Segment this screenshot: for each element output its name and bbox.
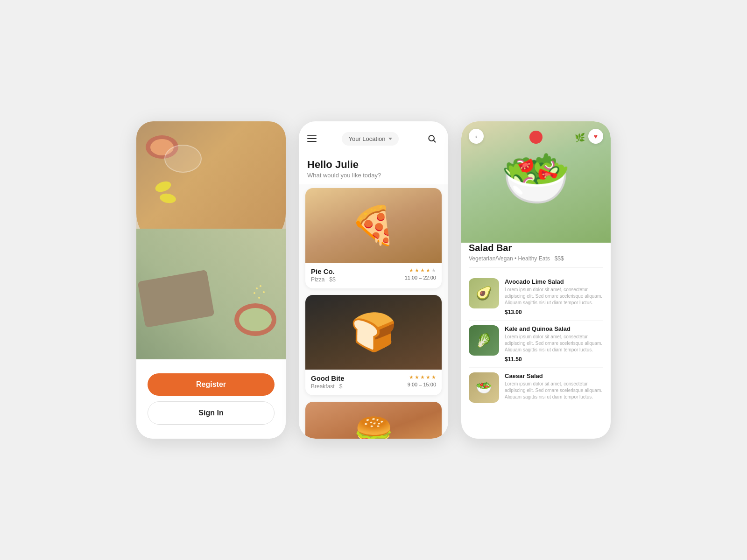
menu-item-avocado[interactable]: 🥑 Avocado Lime Salad Lorem ipsum dolor s… [469,273,603,321]
tags-text: Vegetarian/Vegan • Healthy Eats [469,255,550,262]
signin-button[interactable]: Sign In [148,401,275,425]
star-empty: ★ [431,267,436,273]
menu-item-kale[interactable]: 🥬 Kale and Quinoa Salad Lorem ipsum dolo… [469,321,603,368]
detail-divider [469,267,603,268]
menu-item-image-kale: 🥬 [469,325,499,356]
detail-restaurant-name: Salad Bar [469,243,603,253]
restaurant-feed: Pie Co. Pizza $$ ★ ★ ★ ★ ★ [299,184,448,439]
restaurant-name-2: Good Bite [311,374,345,382]
card-left: Pie Co. Pizza $$ [311,267,336,283]
hamburger-line-1 [307,135,317,136]
star-2-5: ★ [431,374,436,380]
location-text: Your Location [348,135,385,142]
star-rating: ★ ★ ★ ★ ★ [405,267,436,273]
svg-line-1 [434,140,436,142]
hamburger-line-2 [307,138,317,139]
menu-item-info-kale: Kale and Quinoa Salad Lorem ipsum dolor … [505,325,603,363]
heart-icon: ♥ [594,133,598,140]
menu-item-image-avocado: 🥑 [469,278,499,308]
food-bowl-decoration-2 [234,303,276,336]
food-background [136,121,286,359]
kale-emoji: 🥬 [469,325,499,356]
star-3: ★ [420,267,425,273]
menu-item-name-avocado: Avocado Lime Salad [505,278,603,285]
category-text-2: Breakfast [311,383,335,390]
menu-item-desc-avocado: Lorem ipsum dolor sit amet, consectetur … [505,287,603,306]
home-feed-screen: Your Location Hello Julie What would you… [299,121,448,439]
card-right-2: ★ ★ ★ ★ ★ 9:00 – 15:00 [408,374,436,387]
star-half: ★ [426,267,430,273]
restaurant-image-burger [305,402,442,439]
star-2-4: ★ [426,374,430,380]
star-rating-2: ★ ★ ★ ★ ★ [408,374,436,380]
restaurant-image-good-bite [305,295,442,370]
menu-button[interactable] [307,135,317,142]
search-icon [427,134,437,143]
avocado-emoji: 🥑 [469,278,499,308]
tomato-decoration [529,131,543,144]
restaurant-image-pie-co [305,188,442,263]
card-right: ★ ★ ★ ★ ★ 11:00 – 22:00 [405,267,436,280]
menu-item-info-caesar: Caesar Salad Lorem ipsum dolor sit amet,… [505,372,603,403]
price-text-2: $ [339,383,343,390]
detail-tags: Vegetarian/Vegan • Healthy Eats $$$ [469,255,603,262]
restaurant-detail-screen: 🌿 ‹ ♥ Salad Bar Vegetarian/Vegan • Healt… [461,121,611,439]
star-2-3: ★ [420,374,425,380]
restaurant-meta: Pizza $$ [311,276,336,283]
hamburger-line-3 [307,141,317,142]
topbar: Your Location [299,121,448,151]
location-selector[interactable]: Your Location [342,132,398,146]
price-text: $$ [329,276,335,283]
card-left-2: Good Bite Breakfast $ [311,374,345,390]
herb-decoration: 🌿 [575,133,585,143]
greeting-name: Hello Julie [307,159,440,171]
menu-item-info-avocado: Avocado Lime Salad Lorem ipsum dolor sit… [505,278,603,315]
detail-content: Salad Bar Vegetarian/Vegan • Healthy Eat… [461,233,611,439]
card-info-pie-co: Pie Co. Pizza $$ ★ ★ ★ ★ ★ [305,263,442,288]
menu-item-price-avocado: $13.00 [505,309,603,315]
restaurant-meta-2: Breakfast $ [311,383,345,390]
hours-text-2: 9:00 – 15:00 [408,382,436,387]
greeting-subtitle: What would you like today? [307,172,440,179]
register-button[interactable]: Register [148,373,275,396]
menu-item-image-caesar: 🥗 [469,372,499,403]
card-info-good-bite: Good Bite Breakfast $ ★ ★ ★ ★ ★ [305,370,442,395]
welcome-screen: Register Sign In [136,121,286,439]
category-text: Pizza [311,276,324,283]
restaurant-card-good-bite[interactable]: Good Bite Breakfast $ ★ ★ ★ ★ ★ [305,295,442,395]
restaurant-card-burger[interactable] [305,402,442,439]
restaurant-card-pie-co[interactable]: Pie Co. Pizza $$ ★ ★ ★ ★ ★ [305,188,442,288]
menu-item-desc-kale: Lorem ipsum dolor sit amet, consectetur … [505,334,603,353]
menu-item-caesar[interactable]: 🥗 Caesar Salad Lorem ipsum dolor sit ame… [469,368,603,408]
star-2: ★ [415,267,419,273]
food-plate-decoration [164,145,202,173]
restaurant-name: Pie Co. [311,267,336,275]
menu-item-name-kale: Kale and Quinoa Salad [505,325,603,332]
search-button[interactable] [424,131,440,147]
star-2-1: ★ [409,374,414,380]
menu-item-name-caesar: Caesar Salad [505,372,603,379]
price-tier: $$$ [555,255,564,262]
menu-item-price-kale: $11.50 [505,356,603,363]
screen-container: Register Sign In Your Location [118,103,629,457]
star-2-2: ★ [415,374,419,380]
food-seeds-decoration [256,287,258,289]
detail-hero-image: 🌿 ‹ ♥ [461,121,611,243]
chevron-down-icon [388,138,392,140]
greeting-section: Hello Julie What would you like today? [299,151,448,184]
back-arrow-icon: ‹ [475,133,477,140]
back-button[interactable]: ‹ [469,129,484,144]
caesar-emoji: 🥗 [469,372,499,403]
hours-text: 11:00 – 22:00 [405,275,436,280]
action-area: Register Sign In [136,359,286,439]
like-button[interactable]: ♥ [588,129,603,144]
star-1: ★ [409,267,414,273]
menu-item-desc-caesar: Lorem ipsum dolor sit amet, consectetur … [505,381,603,400]
